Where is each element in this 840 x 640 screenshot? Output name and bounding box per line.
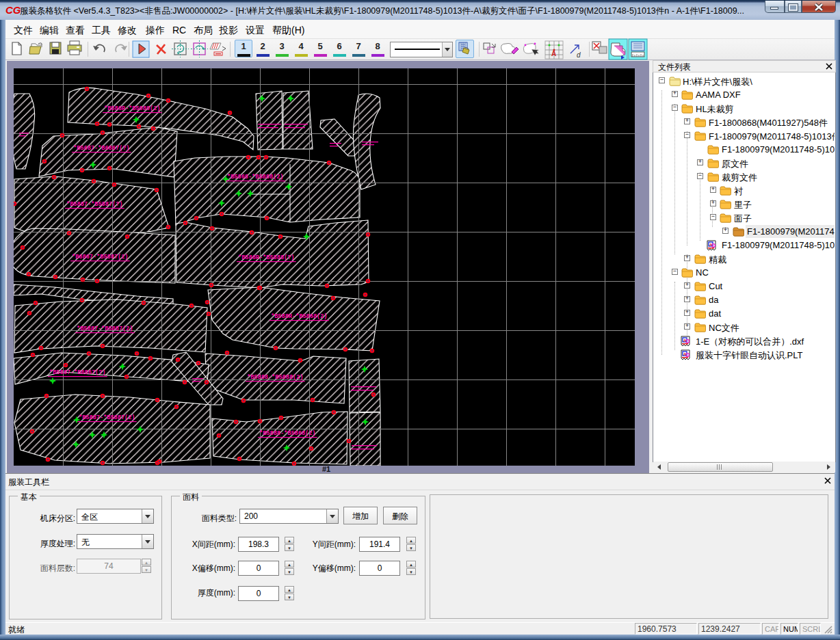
svg-text:*B5868-*B5888(2): *B5868-*B5888(2) <box>227 174 284 181</box>
svg-text:#1: #1 <box>322 465 330 473</box>
svg-text:*B6867-*B5887(2): *B6867-*B5887(2) <box>72 254 129 261</box>
svg-text:*B5687-*B6867(?): *B5687-*B6867(?) <box>73 145 130 152</box>
svg-text:*B5887-*B6867(?): *B5887-*B6867(?) <box>49 369 106 376</box>
svg-text:*B586R-*B5080(2): *B586R-*B5080(2) <box>104 105 161 112</box>
svg-text:A: A <box>709 243 713 247</box>
svg-text:*B5887-*B5887(2): *B5887-*B5887(2) <box>79 414 135 421</box>
svg-text:*B588R-*B5868(2): *B588R-*B5868(2) <box>271 313 328 320</box>
svg-text:*B5887-*B5887(?): *B5887-*B5887(?) <box>66 201 123 208</box>
svg-text:A: A <box>683 338 687 343</box>
svg-text:d: d <box>577 51 581 59</box>
svg-text:*B5888-*B5868(2): *B5888-*B5868(2) <box>259 430 316 437</box>
svg-text:A: A <box>551 50 556 57</box>
svg-text:*B586R-*B5888(?): *B586R-*B5888(?) <box>238 254 295 261</box>
svg-text:*B5888-*B5888(2): *B5888-*B5888(2) <box>247 374 304 381</box>
svg-text:A: A <box>683 352 687 356</box>
svg-text:*B5887-*B5887(2): *B5887-*B5887(2) <box>77 325 133 332</box>
